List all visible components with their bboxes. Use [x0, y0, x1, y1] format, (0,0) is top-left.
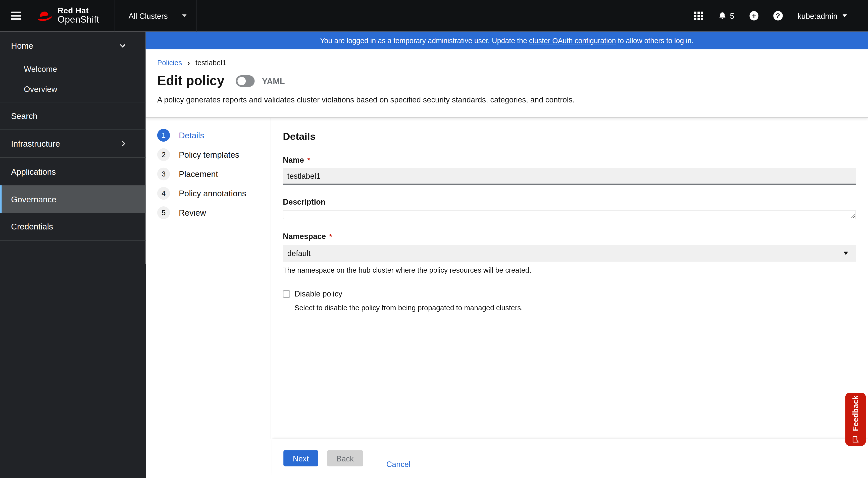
user-name: kube:admin: [797, 11, 838, 20]
speech-bubble-icon: [852, 436, 860, 443]
notification-count: 5: [730, 11, 734, 20]
sidebar-item-search[interactable]: Search: [0, 102, 146, 130]
caret-down-icon: [182, 14, 187, 17]
feedback-button[interactable]: Feedback: [845, 392, 866, 446]
disable-policy-checkbox[interactable]: [283, 290, 290, 298]
openshift-console-window: Red Hat OpenShift All Clusters 5 +: [0, 0, 868, 478]
bell-icon: [718, 11, 726, 20]
banner-text-before: You are logged in as a temporary adminis…: [320, 36, 529, 44]
yaml-toggle-switch[interactable]: [236, 75, 255, 87]
wizard-step-policy-annotations[interactable]: 4 Policy annotations: [157, 187, 271, 200]
step-number-badge: 4: [157, 187, 170, 200]
wizard-step-placement[interactable]: 3 Placement: [157, 168, 271, 180]
details-section-title: Details: [283, 131, 856, 143]
wizard-steps-nav: 1 Details 2 Policy templates 3 Placement…: [146, 118, 271, 439]
yaml-toggle-label: YAML: [262, 76, 285, 86]
temp-admin-banner: You are logged in as a temporary adminis…: [146, 32, 868, 49]
page-description: A policy generates reports and validates…: [157, 95, 857, 104]
step-number-badge: 5: [157, 206, 170, 219]
sidebar-item-credentials[interactable]: Credentials: [0, 213, 146, 240]
sidebar-item-applications[interactable]: Applications: [0, 158, 146, 185]
main-content: Policies › testlabel1 Edit policy YAML A…: [146, 49, 868, 478]
wizard-step-details[interactable]: 1 Details: [157, 129, 271, 142]
disable-policy-helper-text: Select to disable the policy from being …: [294, 304, 856, 312]
notifications-button[interactable]: 5: [718, 11, 734, 20]
cluster-oauth-config-link[interactable]: cluster OAuth configuration: [529, 36, 616, 44]
plus-circle-icon: +: [749, 11, 758, 20]
feedback-label: Feedback: [851, 396, 860, 431]
title-row: Edit policy YAML: [157, 73, 857, 89]
chevron-right-icon: [120, 141, 125, 146]
sidebar-item-infrastructure[interactable]: Infrastructure: [0, 130, 146, 158]
masthead-utilities: 5 + ? kube:admin: [694, 11, 868, 20]
cluster-selector-label: All Clusters: [129, 11, 168, 20]
namespace-label: Namespace *: [283, 232, 856, 240]
brand-logo: Red Hat OpenShift: [35, 7, 99, 25]
app-launcher-button[interactable]: [694, 11, 703, 20]
sidebar-item-home[interactable]: Home: [0, 32, 146, 59]
sidebar-nav: Home Welcome Overview Search Infrastruct…: [0, 32, 146, 478]
wizard-footer: Next Back Cancel: [146, 439, 868, 478]
required-asterisk: *: [307, 156, 310, 164]
step-number-badge: 1: [157, 129, 170, 142]
step-number-badge: 3: [157, 168, 170, 180]
chevron-down-icon: [120, 42, 125, 47]
disable-policy-label[interactable]: Disable policy: [294, 289, 342, 298]
required-asterisk: *: [329, 232, 332, 240]
caret-down-icon: [843, 14, 847, 17]
breadcrumb-policies-link[interactable]: Policies: [157, 59, 182, 67]
disable-policy-row: Disable policy: [283, 289, 856, 298]
namespace-selected-value: default: [287, 249, 311, 258]
page-header: Policies › testlabel1 Edit policy YAML A…: [146, 49, 868, 118]
breadcrumb-current: testlabel1: [195, 59, 226, 67]
namespace-select[interactable]: default: [283, 245, 856, 262]
brand-line2: OpenShift: [58, 15, 99, 25]
wizard: 1 Details 2 Policy templates 3 Placement…: [146, 118, 868, 439]
sidebar-item-welcome[interactable]: Welcome: [0, 59, 146, 79]
question-circle-icon: ?: [773, 11, 782, 20]
user-menu-dropdown[interactable]: kube:admin: [797, 11, 847, 20]
sidebar-group-home: Home Welcome Overview: [0, 32, 146, 102]
toggle-knob: [238, 76, 246, 85]
app-grid-icon: [694, 11, 703, 20]
sidebar-item-overview[interactable]: Overview: [0, 79, 146, 99]
name-label: Name *: [283, 156, 856, 164]
back-button[interactable]: Back: [327, 450, 363, 467]
page-title: Edit policy: [157, 73, 224, 89]
help-button[interactable]: ?: [773, 11, 782, 20]
nav-toggle-button[interactable]: [3, 0, 29, 32]
hamburger-icon: [11, 12, 21, 13]
step-number-badge: 2: [157, 148, 170, 161]
sidebar-item-governance[interactable]: Governance: [0, 185, 146, 213]
brand-line1: Red Hat: [58, 7, 99, 15]
wizard-step-policy-templates[interactable]: 2 Policy templates: [157, 148, 271, 161]
wizard-step-content: Details Name * Description Namespace * d…: [271, 118, 868, 439]
cluster-selector-dropdown[interactable]: All Clusters: [115, 0, 197, 32]
breadcrumb: Policies › testlabel1: [157, 59, 857, 67]
breadcrumb-separator-icon: ›: [188, 59, 190, 67]
next-button[interactable]: Next: [283, 450, 318, 467]
wizard-step-review[interactable]: 5 Review: [157, 206, 271, 219]
masthead: Red Hat OpenShift All Clusters 5 +: [0, 0, 868, 32]
description-textarea[interactable]: [283, 210, 856, 219]
namespace-helper-text: The namespace on the hub cluster where t…: [283, 266, 856, 274]
name-input[interactable]: [283, 168, 856, 185]
banner-text-after: to allow others to log in.: [616, 36, 693, 44]
select-caret-icon: [844, 252, 848, 255]
description-label: Description: [283, 198, 856, 206]
add-resource-button[interactable]: +: [749, 11, 758, 20]
cancel-button[interactable]: Cancel: [386, 456, 410, 472]
redhat-fedora-icon: [35, 9, 53, 23]
